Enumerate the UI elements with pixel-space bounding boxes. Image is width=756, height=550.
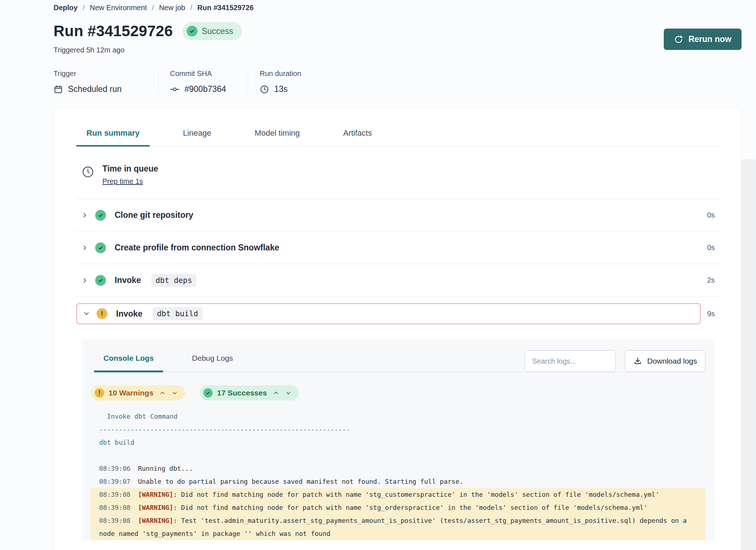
status-badge-label: Success (202, 26, 233, 36)
chevron-right-icon[interactable] (81, 212, 89, 219)
download-logs-button[interactable]: Download logs (625, 350, 705, 372)
log-command-title: Invoke dbt Command (90, 410, 705, 423)
step-create-profile[interactable]: Create profile from connection Snowflake… (76, 232, 723, 264)
log-timestamp: 08:39:08 (99, 517, 131, 524)
time-in-queue-section: Time in queue Prep time 1s (76, 147, 723, 199)
tab-run-summary[interactable]: Run summary (76, 126, 150, 147)
duration-label: Run duration (260, 69, 301, 78)
check-icon (187, 26, 198, 37)
triggered-time: Triggered 5h 12m ago (54, 46, 242, 54)
search-logs-input[interactable] (524, 350, 616, 372)
step-duration: 2s (707, 276, 723, 284)
warning-tag: [WARNING] (138, 491, 173, 498)
log-divider-line: ----------------------------------------… (90, 423, 705, 436)
tab-console-logs[interactable]: Console Logs (94, 349, 163, 372)
log-message: Running dbt... (138, 465, 193, 472)
rerun-now-button[interactable]: Rerun now (664, 29, 742, 50)
chevron-down-icon[interactable] (83, 310, 90, 317)
log-line: 08:39:06Running dbt... (90, 462, 705, 475)
breadcrumb-job[interactable]: New job (159, 4, 185, 12)
clock-icon (81, 165, 94, 178)
chevron-right-icon[interactable] (81, 277, 89, 284)
warning-tag: [WARNING] (138, 504, 173, 511)
chevron-down-icon[interactable] (285, 390, 292, 396)
step-duration: 0s (707, 244, 723, 252)
download-logs-label: Download logs (647, 357, 697, 365)
chevron-right-icon[interactable] (81, 244, 89, 251)
step-duration: 0s (707, 211, 723, 219)
log-message: : Did not find matching node for patch w… (173, 504, 647, 511)
run-tabs: Run summary Lineage Model timing Artifac… (76, 126, 723, 147)
success-icon (95, 275, 106, 286)
rerun-now-label: Rerun now (688, 34, 731, 44)
breadcrumb-environment[interactable]: New Environment (90, 4, 147, 12)
commit-value[interactable]: #900b7364 (184, 84, 226, 94)
log-timestamp: 08:39:07 (99, 478, 131, 485)
step-duration: 9s (707, 310, 723, 318)
success-icon (95, 210, 106, 221)
log-timestamp: 08:39:08 (99, 491, 131, 498)
breadcrumb-deploy[interactable]: Deploy (54, 4, 78, 12)
warning-icon: ! (97, 308, 107, 319)
trigger-label: Trigger (54, 69, 144, 78)
log-tabbar: Console Logs Debug Logs Download logs (90, 349, 705, 372)
warnings-badge[interactable]: ! 10 Warnings (91, 385, 185, 401)
log-line: 08:39:07Unable to do partial parsing bec… (90, 475, 705, 488)
log-filter-badges: ! 10 Warnings 17 Successes (90, 385, 705, 401)
step-command-chip: dbt build (153, 307, 203, 320)
duration-value: 13s (274, 84, 288, 94)
step-invoke-dbt-build-row: ! Invoke dbt build 9s (76, 303, 723, 324)
tab-lineage[interactable]: Lineage (173, 126, 221, 146)
warning-icon: ! (95, 388, 104, 398)
scrollbar[interactable] (742, 159, 756, 550)
run-detail-page: Deploy / New Environment / New job / Run… (0, 0, 756, 550)
step-name: Invoke (115, 275, 141, 285)
step-name: Invoke (116, 309, 143, 319)
log-timestamp: 08:39:06 (99, 465, 131, 472)
tab-model-timing[interactable]: Model timing (245, 126, 310, 146)
step-invoke-dbt-deps[interactable]: Invoke dbt deps 2s (76, 264, 723, 297)
page-title: Run #341529726 (54, 22, 173, 40)
success-icon (95, 242, 106, 253)
log-command: dbt build (90, 436, 705, 449)
breadcrumb-current-run: Run #341529726 (197, 4, 254, 12)
time-in-queue-title: Time in queue (102, 164, 158, 174)
trigger-value: Scheduled run (68, 84, 122, 94)
tab-artifacts[interactable]: Artifacts (333, 126, 382, 146)
calendar-icon (54, 85, 63, 94)
download-icon (633, 357, 642, 365)
chevron-up-icon[interactable] (159, 390, 166, 396)
step-invoke-dbt-build[interactable]: ! Invoke dbt build (76, 303, 701, 324)
prep-time-link[interactable]: Prep time 1s (102, 177, 143, 186)
step-name: Clone git repository (115, 210, 193, 220)
breadcrumb: Deploy / New Environment / New job / Run… (54, 4, 742, 12)
log-timestamp: 08:39:08 (99, 504, 131, 511)
commit-icon (170, 85, 179, 94)
log-blank-line (90, 449, 705, 462)
step-name: Create profile from connection Snowflake (115, 243, 279, 253)
breadcrumb-separator: / (190, 4, 192, 12)
log-panel: Console Logs Debug Logs Download logs ! … (82, 339, 714, 540)
console-log-output: Invoke dbt Command ---------------------… (90, 410, 705, 540)
log-line-warning: 08:39:08[WARNING]: Did not find matching… (90, 488, 705, 501)
tab-debug-logs[interactable]: Debug Logs (183, 349, 242, 372)
refresh-icon (674, 35, 683, 44)
status-badge: Success (182, 22, 242, 40)
warnings-badge-label: 10 Warnings (109, 389, 153, 397)
meta-commit: Commit SHA #900b7364 (158, 69, 248, 94)
successes-badge[interactable]: 17 Successes (200, 385, 299, 401)
chevron-up-icon[interactable] (273, 390, 279, 396)
successes-badge-label: 17 Successes (217, 389, 267, 397)
log-message: Unable to do partial parsing because sav… (138, 478, 463, 485)
run-meta: Trigger Scheduled run Commit SHA #900b73… (54, 69, 742, 94)
breadcrumb-separator: / (83, 4, 85, 12)
step-command-chip: dbt deps (151, 274, 196, 287)
meta-duration: Run duration 13s (248, 69, 316, 94)
breadcrumb-separator: / (152, 4, 154, 12)
chevron-down-icon[interactable] (171, 390, 178, 396)
log-line-warning: 08:39:08[WARNING]: Did not find matching… (90, 501, 705, 514)
log-message: : Did not find matching node for patch w… (173, 491, 659, 498)
meta-trigger: Trigger Scheduled run (54, 69, 158, 94)
step-clone-git-repository[interactable]: Clone git repository 0s (76, 199, 723, 232)
log-message: : Test 'test.admin_maturity.assert_stg_p… (99, 517, 691, 537)
